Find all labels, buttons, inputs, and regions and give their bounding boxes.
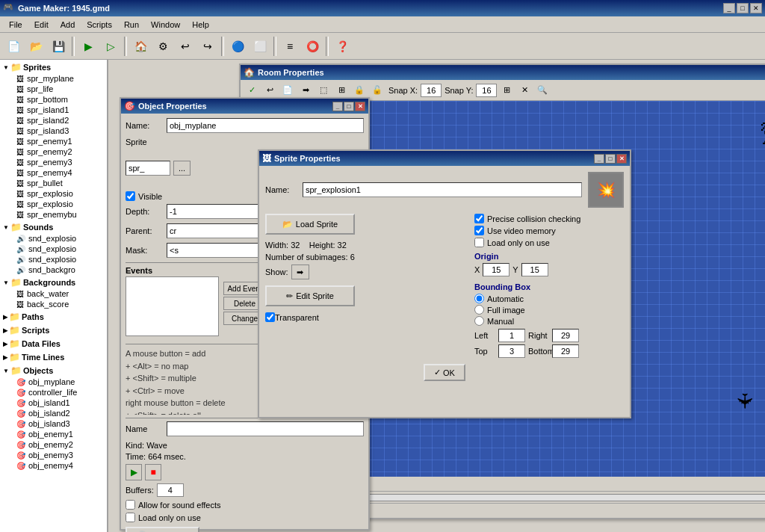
room-grid-btn[interactable]: ⊞ bbox=[498, 82, 515, 99]
close-button[interactable]: ✕ bbox=[750, 3, 762, 13]
menu-add[interactable]: Add bbox=[55, 19, 81, 31]
sprite-name-input[interactable] bbox=[126, 161, 170, 176]
obj-close-btn[interactable]: ✕ bbox=[355, 102, 365, 111]
events-list[interactable] bbox=[126, 276, 219, 336]
transparent-checkbox[interactable] bbox=[265, 312, 275, 322]
buffers-input[interactable] bbox=[157, 483, 184, 497]
origin-y-input[interactable] bbox=[521, 263, 548, 276]
tree-item-spr_explosio2[interactable]: 🖼spr_explosio bbox=[1, 199, 105, 209]
toolbar-settings[interactable]: ⚙ bbox=[152, 36, 173, 57]
tree-item-spr_explosio1[interactable]: 🖼spr_explosio bbox=[1, 188, 105, 199]
toolbar-new[interactable]: 📄 bbox=[3, 36, 24, 57]
menu-help[interactable]: Help bbox=[186, 19, 215, 31]
room-undo-btn[interactable]: ↩ bbox=[261, 82, 278, 99]
menu-file[interactable]: File bbox=[3, 19, 28, 31]
toolbar-t3[interactable]: ≡ bbox=[279, 36, 300, 57]
maximize-button[interactable]: □ bbox=[737, 3, 749, 13]
spr-minimize-btn[interactable]: _ bbox=[594, 154, 604, 164]
origin-x-input[interactable] bbox=[483, 263, 510, 276]
menu-edit[interactable]: Edit bbox=[28, 19, 55, 31]
tree-item-spr_island3[interactable]: 🖼spr_island3 bbox=[1, 126, 105, 136]
tree-item-obj_enemy3[interactable]: 🎯obj_enemy3 bbox=[1, 450, 105, 460]
tree-item-obj_enemy4[interactable]: 🎯obj_enemy4 bbox=[1, 460, 105, 471]
tree-header-paths[interactable]: ▶ 📁 Paths bbox=[1, 311, 105, 323]
spr-preview-btn[interactable]: 💥 bbox=[588, 172, 624, 208]
tree-item-spr_myplane[interactable]: 🖼spr_myplane bbox=[1, 73, 105, 84]
tree-item-obj_island3[interactable]: 🎯obj_island3 bbox=[1, 418, 105, 429]
toolbar-gm[interactable]: 🏠 bbox=[130, 36, 151, 57]
room-t3[interactable]: ⬚ bbox=[315, 82, 332, 99]
obj-maximize-btn[interactable]: □ bbox=[344, 102, 354, 111]
tree-item-obj_enemy1[interactable]: 🎯obj_enemy1 bbox=[1, 429, 105, 439]
video-mem-checkbox[interactable] bbox=[474, 226, 484, 235]
toolbar-t1[interactable]: 🔵 bbox=[227, 36, 248, 57]
bbox-auto-radio[interactable] bbox=[474, 294, 484, 303]
menu-window[interactable]: Window bbox=[145, 19, 186, 31]
tree-item-back_water[interactable]: 🖼back_water bbox=[1, 288, 105, 299]
show-nav-btn[interactable]: ➡ bbox=[291, 265, 309, 279]
visible-checkbox[interactable] bbox=[126, 191, 135, 201]
tree-item-spr_life[interactable]: 🖼spr_life bbox=[1, 84, 105, 94]
room-zoom-btn[interactable]: 🔍 bbox=[534, 82, 551, 99]
room-t5[interactable]: 🔒 bbox=[351, 82, 368, 99]
tree-header-sprites[interactable]: ▼ 📁 Sprites bbox=[1, 61, 105, 73]
tree-header-timelines[interactable]: ▶ 📁 Time Lines bbox=[1, 351, 105, 363]
tree-item-back_score[interactable]: 🖼back_score bbox=[1, 299, 105, 309]
tree-item-obj_island2[interactable]: 🎯obj_island2 bbox=[1, 408, 105, 418]
sprite-browse-btn[interactable]: ... bbox=[173, 161, 191, 176]
load-only-sound-checkbox[interactable] bbox=[126, 513, 135, 522]
toolbar-t4[interactable]: ⭕ bbox=[302, 36, 323, 57]
toolbar-undo[interactable]: ↩ bbox=[175, 36, 196, 57]
spr-close-btn[interactable]: ✕ bbox=[616, 154, 627, 164]
spr-load-only-checkbox[interactable] bbox=[474, 238, 484, 247]
toolbar-run[interactable]: ▶ bbox=[78, 36, 99, 57]
bbox-right-input[interactable] bbox=[552, 329, 579, 342]
edit-sprite-btn[interactable]: ✏ Edit Sprite bbox=[265, 285, 355, 306]
tree-item-spr_island2[interactable]: 🖼spr_island2 bbox=[1, 115, 105, 126]
toolbar-help[interactable]: ❓ bbox=[332, 36, 353, 57]
snap-y-input[interactable] bbox=[476, 84, 497, 97]
room-t6[interactable]: 🔓 bbox=[369, 82, 385, 99]
tree-item-obj_myplane[interactable]: 🎯obj_myplane bbox=[1, 377, 105, 387]
toolbar-t2[interactable]: ⬜ bbox=[250, 36, 270, 57]
room-t1[interactable]: 📄 bbox=[279, 82, 296, 99]
tree-item-spr_enemybu[interactable]: 🖼spr_enemybu bbox=[1, 209, 105, 220]
tree-item-snd1[interactable]: 🔊snd_explosio bbox=[1, 233, 105, 244]
bbox-full-radio[interactable] bbox=[474, 305, 484, 315]
bbox-bottom-input[interactable] bbox=[552, 344, 579, 358]
tree-header-sounds[interactable]: ▼ 📁 Sounds bbox=[1, 221, 105, 233]
room-ok-btn[interactable]: ✓ bbox=[244, 82, 260, 99]
allow-sfx-checkbox[interactable] bbox=[126, 500, 135, 510]
bbox-left-input[interactable] bbox=[498, 329, 525, 342]
tree-header-objects[interactable]: ▼ 📁 Objects bbox=[1, 365, 105, 377]
tree-item-obj_island1[interactable]: 🎯obj_island1 bbox=[1, 398, 105, 408]
precise-checkbox[interactable] bbox=[474, 214, 484, 223]
spr-maximize-btn[interactable]: □ bbox=[605, 154, 616, 164]
tree-item-spr_enemy2[interactable]: 🖼spr_enemy2 bbox=[1, 146, 105, 157]
tree-header-datafiles[interactable]: ▶ 📁 Data Files bbox=[1, 338, 105, 350]
sound-name-input[interactable] bbox=[167, 421, 364, 436]
bbox-top-input[interactable] bbox=[498, 344, 525, 358]
tree-item-spr_bullet[interactable]: 🖼spr_bullet bbox=[1, 178, 105, 188]
sound-stop-btn[interactable]: ■ bbox=[145, 464, 161, 480]
obj-name-input[interactable] bbox=[167, 118, 364, 133]
minimize-button[interactable]: _ bbox=[723, 3, 735, 13]
spr-ok-btn[interactable]: ✓ OK bbox=[424, 364, 465, 381]
tree-item-obj_enemy2[interactable]: 🎯obj_enemy2 bbox=[1, 439, 105, 450]
tree-item-snd3[interactable]: 🔊snd_explosio bbox=[1, 254, 105, 265]
tree-item-spr_enemy4[interactable]: 🖼spr_enemy4 bbox=[1, 167, 105, 178]
menu-run[interactable]: Run bbox=[118, 19, 145, 31]
tree-item-controller_life[interactable]: 🎯controller_life bbox=[1, 387, 105, 398]
spr-name-input[interactable] bbox=[303, 182, 582, 197]
bbox-manual-radio[interactable] bbox=[474, 316, 484, 326]
load-sprite-btn[interactable]: 📂 Load Sprite bbox=[265, 214, 355, 235]
edit-sound-btn[interactable]: 🔊 Edit Sound bbox=[126, 527, 199, 532]
room-t4[interactable]: ⊞ bbox=[333, 82, 350, 99]
toolbar-debug[interactable]: ▷ bbox=[100, 36, 121, 57]
toolbar-redo[interactable]: ↪ bbox=[197, 36, 218, 57]
room-t2[interactable]: ➡ bbox=[297, 82, 314, 99]
tree-item-spr_enemy3[interactable]: 🖼spr_enemy3 bbox=[1, 157, 105, 167]
room-view-btn[interactable]: ✕ bbox=[516, 82, 533, 99]
tree-item-snd2[interactable]: 🔊snd_explosio bbox=[1, 244, 105, 254]
sound-play-btn[interactable]: ▶ bbox=[126, 464, 142, 480]
